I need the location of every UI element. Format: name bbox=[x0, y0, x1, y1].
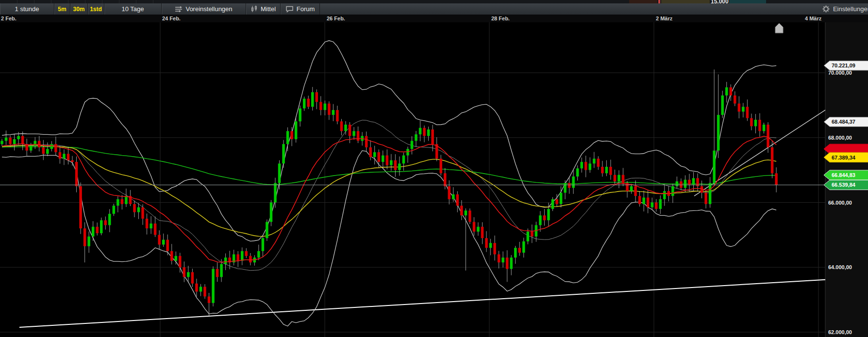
price-tag-67.389,34: 67.389,34 bbox=[824, 153, 868, 162]
toolbar-button-30m[interactable]: 30m bbox=[70, 3, 88, 15]
sliders-icon bbox=[175, 6, 183, 13]
date-row-bg bbox=[0, 15, 868, 22]
grid bbox=[0, 22, 825, 337]
candlestick-series bbox=[0, 69, 778, 316]
svg-text:68.000,00: 68.000,00 bbox=[828, 135, 852, 141]
toolbar-button-10-tage[interactable]: 10 Tage bbox=[104, 3, 162, 15]
gear-icon bbox=[822, 5, 830, 13]
price-tag-68.484,37: 68.484,37 bbox=[824, 117, 868, 127]
svg-text:67.389,34: 67.389,34 bbox=[832, 155, 856, 160]
toolbar-button-label: 5m bbox=[58, 6, 66, 13]
settings-button[interactable]: Einstellungen bbox=[822, 3, 868, 15]
sliver-block bbox=[661, 0, 710, 3]
trendline-1[interactable] bbox=[19, 280, 825, 327]
toolbar-button-forum[interactable]: Forum bbox=[281, 3, 320, 15]
price-tag-70.221,09: 70.221,09 bbox=[824, 61, 868, 70]
toolbar-button-mittel[interactable]: Mittel bbox=[246, 3, 281, 15]
background-window-text: 15,000 bbox=[711, 0, 729, 3]
svg-text:70.221,09: 70.221,09 bbox=[832, 63, 855, 68]
svg-text:66.000,00: 66.000,00 bbox=[828, 200, 852, 206]
svg-text:2 Feb.: 2 Feb. bbox=[1, 16, 17, 21]
svg-text:68.484,37: 68.484,37 bbox=[832, 119, 855, 125]
top-window-sliver: 15,000 bbox=[0, 0, 868, 3]
svg-text:70.000,00: 70.000,00 bbox=[828, 70, 852, 76]
settings-label: Einstellungen bbox=[833, 5, 868, 13]
svg-text:64.000,00: 64.000,00 bbox=[828, 264, 852, 270]
bollinger-lower bbox=[2, 151, 776, 326]
toolbar-button-label: Voreinstellungen bbox=[185, 5, 232, 13]
toolbar-button-1std[interactable]: 1std bbox=[88, 3, 104, 15]
sliver-block bbox=[658, 0, 660, 3]
svg-text:26 Feb.: 26 Feb. bbox=[327, 16, 345, 21]
toolbar-button-5m[interactable]: 5m bbox=[54, 3, 70, 15]
svg-text:4 März: 4 März bbox=[805, 16, 822, 21]
svg-text:28 Feb.: 28 Feb. bbox=[491, 16, 510, 21]
svg-text:62.000,00: 62.000,00 bbox=[828, 329, 852, 335]
sliver-block bbox=[729, 0, 766, 3]
svg-text:24 Feb.: 24 Feb. bbox=[162, 16, 181, 21]
toolbar-button-label: 1std bbox=[90, 6, 102, 13]
toolbar-button-label: Forum bbox=[297, 5, 315, 13]
toolbar: 1 stunde5m30m1std10 TageVoreinstellungen… bbox=[0, 3, 868, 15]
sliver-block bbox=[629, 0, 657, 3]
svg-text:2 März: 2 März bbox=[656, 16, 673, 21]
svg-text:66.539,84: 66.539,84 bbox=[832, 182, 856, 188]
toolbar-button-label: Mittel bbox=[261, 5, 276, 13]
svg-text:66.844,83: 66.844,83 bbox=[832, 172, 855, 178]
toolbar-button-label: 30m bbox=[73, 6, 84, 13]
bollinger-middle bbox=[2, 120, 776, 271]
chart-canvas[interactable]: 2 Feb.24 Feb.26 Feb.28 Feb.2 März4 März7… bbox=[0, 15, 868, 337]
bubble-icon bbox=[285, 6, 294, 13]
scroll-to-latest-marker[interactable] bbox=[775, 23, 783, 33]
toolbar-button-label: 1 stunde bbox=[15, 5, 39, 13]
price-tag-66.539,84: 66.539,84 bbox=[824, 180, 868, 190]
toolbar-button-voreinstellungen[interactable]: Voreinstellungen bbox=[162, 3, 246, 15]
ema-slow bbox=[2, 147, 776, 185]
toolbar-buttons: 1 stunde5m30m1std10 TageVoreinstellungen… bbox=[0, 3, 320, 15]
candles-icon bbox=[250, 5, 258, 13]
sliver-divider bbox=[0, 0, 153, 3]
price-tag-66.844,83: 66.844,83 bbox=[824, 170, 868, 180]
toolbar-button-label: 10 Tage bbox=[121, 5, 144, 13]
ema-medium bbox=[2, 145, 776, 236]
toolbar-button-1-stunde[interactable]: 1 stunde bbox=[0, 3, 54, 15]
